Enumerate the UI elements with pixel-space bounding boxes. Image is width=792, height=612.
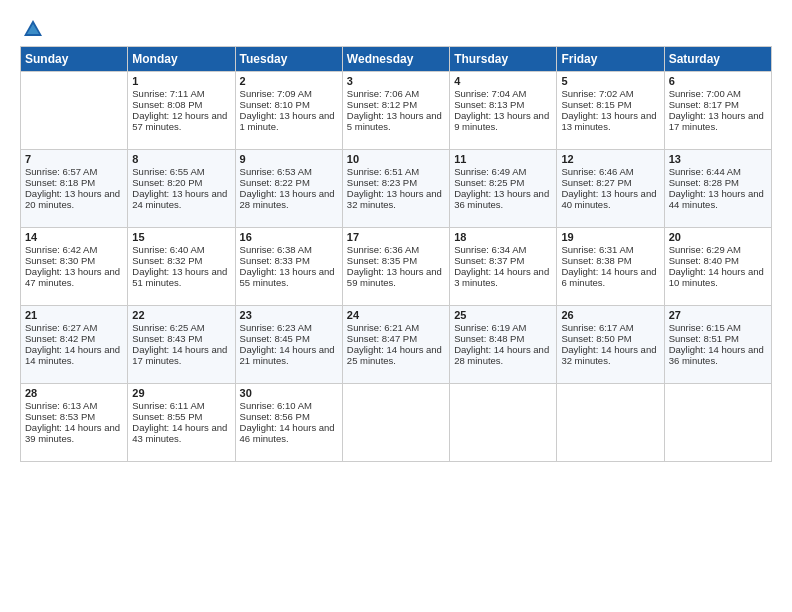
sunrise-text: Sunrise: 6:29 AM — [669, 244, 741, 255]
day-number: 24 — [347, 309, 445, 321]
calendar-cell: 22Sunrise: 6:25 AMSunset: 8:43 PMDayligh… — [128, 306, 235, 384]
calendar-cell: 25Sunrise: 6:19 AMSunset: 8:48 PMDayligh… — [450, 306, 557, 384]
daylight-text: Daylight: 14 hours and 46 minutes. — [240, 422, 335, 444]
sunset-text: Sunset: 8:56 PM — [240, 411, 310, 422]
calendar-week-row: 14Sunrise: 6:42 AMSunset: 8:30 PMDayligh… — [21, 228, 772, 306]
calendar-cell: 15Sunrise: 6:40 AMSunset: 8:32 PMDayligh… — [128, 228, 235, 306]
calendar-cell: 14Sunrise: 6:42 AMSunset: 8:30 PMDayligh… — [21, 228, 128, 306]
sunset-text: Sunset: 8:22 PM — [240, 177, 310, 188]
calendar-cell: 6Sunrise: 7:00 AMSunset: 8:17 PMDaylight… — [664, 72, 771, 150]
sunset-text: Sunset: 8:37 PM — [454, 255, 524, 266]
day-number: 11 — [454, 153, 552, 165]
calendar-cell: 21Sunrise: 6:27 AMSunset: 8:42 PMDayligh… — [21, 306, 128, 384]
day-number: 4 — [454, 75, 552, 87]
calendar-cell: 18Sunrise: 6:34 AMSunset: 8:37 PMDayligh… — [450, 228, 557, 306]
day-number: 7 — [25, 153, 123, 165]
day-number: 30 — [240, 387, 338, 399]
day-number: 15 — [132, 231, 230, 243]
daylight-text: Daylight: 13 hours and 47 minutes. — [25, 266, 120, 288]
sunrise-text: Sunrise: 6:46 AM — [561, 166, 633, 177]
page: SundayMondayTuesdayWednesdayThursdayFrid… — [0, 0, 792, 472]
daylight-text: Daylight: 13 hours and 40 minutes. — [561, 188, 656, 210]
sunset-text: Sunset: 8:08 PM — [132, 99, 202, 110]
sunrise-text: Sunrise: 6:36 AM — [347, 244, 419, 255]
sunrise-text: Sunrise: 7:11 AM — [132, 88, 204, 99]
sunrise-text: Sunrise: 6:34 AM — [454, 244, 526, 255]
daylight-text: Daylight: 13 hours and 59 minutes. — [347, 266, 442, 288]
sunrise-text: Sunrise: 7:06 AM — [347, 88, 419, 99]
sunrise-text: Sunrise: 6:40 AM — [132, 244, 204, 255]
sunset-text: Sunset: 8:18 PM — [25, 177, 95, 188]
calendar-cell: 9Sunrise: 6:53 AMSunset: 8:22 PMDaylight… — [235, 150, 342, 228]
calendar-cell: 28Sunrise: 6:13 AMSunset: 8:53 PMDayligh… — [21, 384, 128, 462]
day-number: 16 — [240, 231, 338, 243]
day-number: 22 — [132, 309, 230, 321]
day-number: 28 — [25, 387, 123, 399]
calendar-week-row: 1Sunrise: 7:11 AMSunset: 8:08 PMDaylight… — [21, 72, 772, 150]
sunset-text: Sunset: 8:12 PM — [347, 99, 417, 110]
sunset-text: Sunset: 8:53 PM — [25, 411, 95, 422]
daylight-text: Daylight: 13 hours and 17 minutes. — [669, 110, 764, 132]
calendar-cell: 3Sunrise: 7:06 AMSunset: 8:12 PMDaylight… — [342, 72, 449, 150]
calendar-cell: 17Sunrise: 6:36 AMSunset: 8:35 PMDayligh… — [342, 228, 449, 306]
calendar-cell: 10Sunrise: 6:51 AMSunset: 8:23 PMDayligh… — [342, 150, 449, 228]
daylight-text: Daylight: 14 hours and 32 minutes. — [561, 344, 656, 366]
sunset-text: Sunset: 8:33 PM — [240, 255, 310, 266]
calendar-cell: 4Sunrise: 7:04 AMSunset: 8:13 PMDaylight… — [450, 72, 557, 150]
sunrise-text: Sunrise: 6:10 AM — [240, 400, 312, 411]
calendar-cell: 30Sunrise: 6:10 AMSunset: 8:56 PMDayligh… — [235, 384, 342, 462]
sunrise-text: Sunrise: 6:23 AM — [240, 322, 312, 333]
sunset-text: Sunset: 8:20 PM — [132, 177, 202, 188]
sunrise-text: Sunrise: 6:51 AM — [347, 166, 419, 177]
day-number: 17 — [347, 231, 445, 243]
day-number: 19 — [561, 231, 659, 243]
calendar-cell: 19Sunrise: 6:31 AMSunset: 8:38 PMDayligh… — [557, 228, 664, 306]
calendar-cell: 24Sunrise: 6:21 AMSunset: 8:47 PMDayligh… — [342, 306, 449, 384]
day-number: 2 — [240, 75, 338, 87]
day-number: 6 — [669, 75, 767, 87]
sunset-text: Sunset: 8:15 PM — [561, 99, 631, 110]
sunrise-text: Sunrise: 6:13 AM — [25, 400, 97, 411]
weekday-header-sunday: Sunday — [21, 47, 128, 72]
daylight-text: Daylight: 13 hours and 5 minutes. — [347, 110, 442, 132]
calendar-cell: 5Sunrise: 7:02 AMSunset: 8:15 PMDaylight… — [557, 72, 664, 150]
sunset-text: Sunset: 8:27 PM — [561, 177, 631, 188]
day-number: 1 — [132, 75, 230, 87]
daylight-text: Daylight: 14 hours and 17 minutes. — [132, 344, 227, 366]
sunrise-text: Sunrise: 6:25 AM — [132, 322, 204, 333]
sunrise-text: Sunrise: 7:04 AM — [454, 88, 526, 99]
calendar-cell: 26Sunrise: 6:17 AMSunset: 8:50 PMDayligh… — [557, 306, 664, 384]
weekday-header-monday: Monday — [128, 47, 235, 72]
sunrise-text: Sunrise: 6:31 AM — [561, 244, 633, 255]
day-number: 21 — [25, 309, 123, 321]
weekday-header-tuesday: Tuesday — [235, 47, 342, 72]
daylight-text: Daylight: 14 hours and 3 minutes. — [454, 266, 549, 288]
weekday-header-saturday: Saturday — [664, 47, 771, 72]
sunrise-text: Sunrise: 7:02 AM — [561, 88, 633, 99]
daylight-text: Daylight: 14 hours and 10 minutes. — [669, 266, 764, 288]
calendar-table: SundayMondayTuesdayWednesdayThursdayFrid… — [20, 46, 772, 462]
daylight-text: Daylight: 13 hours and 55 minutes. — [240, 266, 335, 288]
day-number: 3 — [347, 75, 445, 87]
daylight-text: Daylight: 13 hours and 20 minutes. — [25, 188, 120, 210]
daylight-text: Daylight: 13 hours and 13 minutes. — [561, 110, 656, 132]
sunset-text: Sunset: 8:48 PM — [454, 333, 524, 344]
calendar-cell — [342, 384, 449, 462]
sunset-text: Sunset: 8:43 PM — [132, 333, 202, 344]
sunrise-text: Sunrise: 6:11 AM — [132, 400, 204, 411]
daylight-text: Daylight: 13 hours and 9 minutes. — [454, 110, 549, 132]
calendar-cell — [450, 384, 557, 462]
sunset-text: Sunset: 8:28 PM — [669, 177, 739, 188]
sunset-text: Sunset: 8:45 PM — [240, 333, 310, 344]
daylight-text: Daylight: 13 hours and 36 minutes. — [454, 188, 549, 210]
sunrise-text: Sunrise: 6:42 AM — [25, 244, 97, 255]
day-number: 29 — [132, 387, 230, 399]
calendar-cell: 16Sunrise: 6:38 AMSunset: 8:33 PMDayligh… — [235, 228, 342, 306]
sunset-text: Sunset: 8:32 PM — [132, 255, 202, 266]
calendar-week-row: 7Sunrise: 6:57 AMSunset: 8:18 PMDaylight… — [21, 150, 772, 228]
sunset-text: Sunset: 8:50 PM — [561, 333, 631, 344]
sunset-text: Sunset: 8:23 PM — [347, 177, 417, 188]
logo-icon — [22, 18, 44, 40]
logo — [20, 18, 44, 40]
calendar-cell: 23Sunrise: 6:23 AMSunset: 8:45 PMDayligh… — [235, 306, 342, 384]
